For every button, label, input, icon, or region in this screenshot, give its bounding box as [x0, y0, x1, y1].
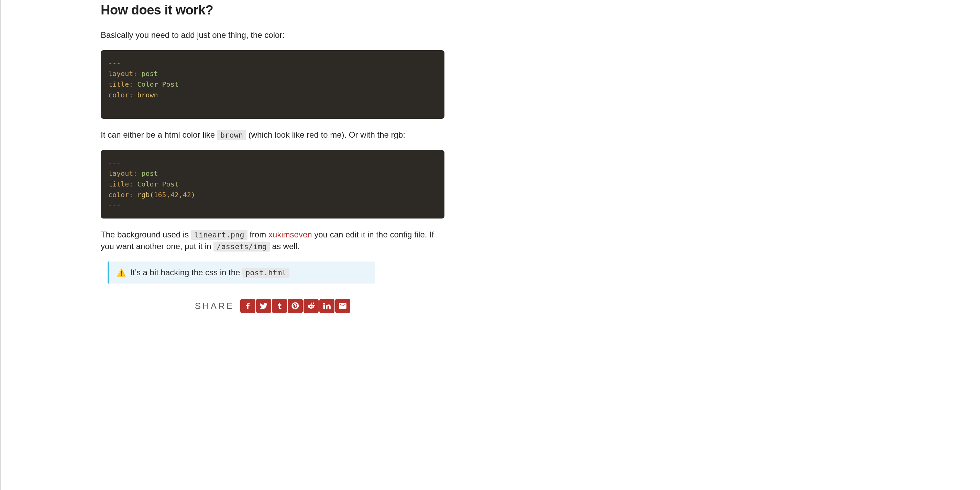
share-reddit-button[interactable] — [304, 298, 319, 313]
link-xukimseven[interactable]: xukimseven — [269, 230, 312, 239]
inline-code-post-html: post.html — [242, 268, 290, 278]
reddit-icon — [307, 302, 315, 310]
code-separator: --- — [108, 201, 121, 209]
code-value: post — [141, 169, 158, 177]
share-linkedin-button[interactable] — [319, 298, 334, 313]
code-fn-name: rgb — [137, 191, 150, 199]
callout-text: It’s a bit hacking the css in the — [128, 268, 242, 277]
code-key: title — [108, 180, 129, 188]
share-facebook-button[interactable] — [240, 298, 255, 313]
code-key: layout — [108, 70, 133, 78]
code-value: Color Post — [137, 180, 178, 188]
code-colon: : — [133, 169, 137, 177]
code-separator: --- — [108, 159, 121, 167]
share-tumblr-button[interactable] — [272, 298, 287, 313]
inline-code-lineart: lineart.png — [191, 230, 248, 240]
code-block-front-matter-rgb: --- layout: post title: Color Post color… — [101, 150, 444, 219]
paragraph-html-color: It can either be a html color like brown… — [101, 129, 444, 141]
linkedin-icon — [323, 302, 331, 310]
code-separator: --- — [108, 59, 121, 67]
pinterest-icon — [291, 302, 300, 310]
twitter-icon — [259, 302, 268, 310]
inline-code-brown: brown — [217, 130, 246, 140]
text: as well. — [270, 241, 300, 251]
share-email-button[interactable] — [335, 298, 350, 313]
code-colon: : — [133, 70, 137, 78]
inline-code-assets-img: /assets/img — [213, 241, 270, 252]
share-pinterest-button[interactable] — [288, 298, 303, 313]
section-heading: How does it work? — [101, 3, 444, 18]
code-args: 165,42,42 — [154, 191, 191, 199]
callout-warning: ⚠️ It’s a bit hacking the css in the pos… — [108, 262, 375, 284]
code-separator: --- — [108, 102, 121, 110]
code-colon: : — [129, 180, 133, 188]
share-icons — [240, 298, 350, 313]
code-key: color — [108, 91, 129, 99]
text: from — [248, 230, 269, 239]
paragraph-background: The background used is lineart.png from … — [101, 229, 444, 253]
code-colon: : — [129, 80, 133, 88]
facebook-icon — [243, 302, 252, 310]
text: It can either be a html color like — [101, 130, 217, 139]
code-block-front-matter-named-color: --- layout: post title: Color Post color… — [101, 50, 444, 119]
email-icon — [338, 302, 347, 310]
share-twitter-button[interactable] — [256, 298, 271, 313]
text: (which look like red to me). Or with the… — [246, 130, 405, 139]
code-value: brown — [137, 91, 158, 99]
code-key: color — [108, 191, 129, 199]
warning-icon: ⚠️ — [116, 268, 126, 277]
share-label: SHARE — [195, 301, 234, 311]
code-value: Color Post — [137, 80, 178, 88]
code-colon: : — [129, 91, 133, 99]
code-value: post — [141, 70, 158, 78]
tumblr-icon — [275, 302, 284, 310]
text: The background used is — [101, 230, 191, 239]
code-colon: : — [129, 191, 133, 199]
article-body: How does it work? Basically you need to … — [101, 0, 444, 327]
paragraph-intro: Basically you need to add just one thing… — [101, 29, 444, 41]
code-key: layout — [108, 169, 133, 177]
code-key: title — [108, 80, 129, 88]
share-row: SHARE — [101, 298, 444, 313]
code-fn: rgb(165,42,42) — [137, 191, 195, 199]
